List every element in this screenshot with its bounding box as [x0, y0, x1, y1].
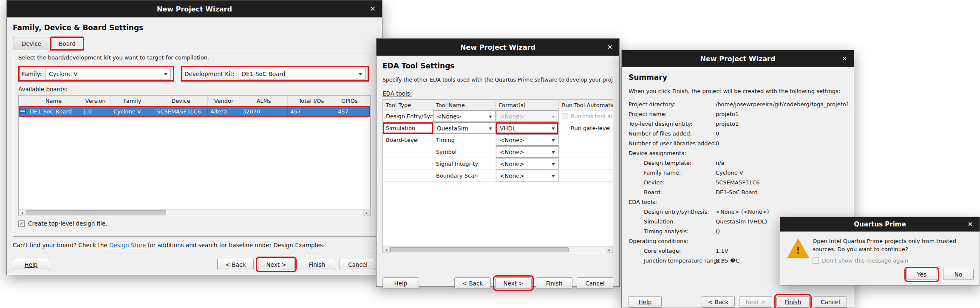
scroll-left-icon[interactable]: ◂ — [19, 210, 25, 216]
summary-row-family-name: Family name:Cyclone V — [629, 168, 847, 178]
timing-format-combobox[interactable]: <None> — [496, 134, 558, 146]
tool-name-cell[interactable]: Boundary Scan — [433, 170, 496, 181]
combo-arrow-icon — [489, 127, 492, 130]
column-header-gpios[interactable]: GPIOs — [335, 96, 364, 106]
check-icon: ✓ — [19, 221, 23, 226]
column-header-family[interactable]: Family — [111, 96, 154, 106]
column-header-device[interactable]: Device — [154, 96, 208, 106]
table-row-de1-soc[interactable]: DE1-SoC Board 1.0 Cyclone V 5CSEMA5F31C6… — [19, 106, 370, 117]
design-entry-tool-combobox[interactable]: <None> — [433, 110, 496, 122]
family-combobox[interactable]: Cyclone V — [45, 68, 171, 79]
tool-type-cell[interactable]: Board-Level — [383, 134, 433, 146]
tab-board[interactable]: Board — [51, 37, 84, 50]
no-button[interactable]: No — [943, 269, 974, 280]
cell-version: 1.0 — [80, 106, 111, 117]
column-header-version[interactable]: Version — [80, 96, 111, 106]
scrollbar-thumb[interactable] — [390, 247, 569, 252]
finish-button[interactable]: Finish — [536, 277, 572, 289]
board-titlebar[interactable]: New Project Wizard ✕ — [7, 0, 382, 17]
cell-name: DE1-SoC Board — [27, 106, 80, 117]
simulation-format-combobox[interactable]: VHDL — [496, 122, 558, 134]
boundary-scan-format-combobox[interactable]: <None> — [496, 170, 558, 181]
board-row-icon — [20, 109, 25, 114]
column-header-vendor[interactable]: Vendor — [208, 96, 240, 106]
summary-titlebar[interactable]: New Project Wizard ✕ — [622, 50, 854, 67]
column-header-formats[interactable]: Format(s) — [496, 100, 559, 110]
close-icon[interactable]: ✕ — [363, 0, 382, 17]
scroll-right-icon[interactable]: ▸ — [363, 210, 370, 216]
design-entry-format-combobox: <None> — [496, 110, 558, 122]
run-gate-level-checkbox[interactable] — [562, 125, 568, 131]
scroll-right-icon[interactable]: ▸ — [606, 247, 613, 253]
finish-button[interactable]: Finish — [299, 259, 335, 270]
combobox-value: VHDL — [500, 125, 515, 132]
eda-titlebar[interactable]: New Project Wizard ✕ — [377, 39, 619, 56]
cell-device: 5CSEMA5F31C6 — [154, 106, 208, 117]
next-button[interactable]: Next > — [495, 277, 532, 289]
summary-section-device-assignments: Device assignments: — [629, 148, 847, 158]
cancel-button[interactable]: Cancel — [340, 259, 376, 270]
combo-arrow-icon — [552, 163, 555, 166]
board-select-row: Family: Cyclone V Development Kit: DE1-S… — [18, 66, 371, 82]
devkit-combobox[interactable]: DE1-SoC Board — [238, 68, 365, 79]
summary-row-user-libraries: Number of user libraries added:0 — [629, 138, 847, 148]
back-button[interactable]: < Back — [217, 259, 254, 270]
board-note: Can't find your board? Check the Design … — [13, 242, 376, 249]
column-header-total-ios[interactable]: Total I/Os — [288, 96, 335, 106]
symbol-format-combobox[interactable]: <None> — [496, 146, 558, 158]
cancel-button[interactable]: Cancel — [814, 296, 847, 308]
scroll-left-icon[interactable]: ◂ — [383, 247, 390, 253]
eda-tools-label: EDA tools: — [382, 90, 613, 97]
boards-hscrollbar[interactable]: ◂ ▸ — [19, 209, 370, 216]
combobox-value: <None> — [437, 113, 462, 120]
back-button[interactable]: < Back — [454, 277, 491, 289]
boards-table-header: Name Version Family Device Vendor ALMs T… — [19, 96, 370, 106]
column-header-name[interactable]: Name — [27, 96, 80, 106]
run-tool-checkbox — [562, 113, 568, 119]
combo-arrow-icon — [164, 73, 167, 76]
cancel-button[interactable]: Cancel — [577, 277, 613, 289]
yes-button[interactable]: Yes — [906, 269, 937, 280]
help-button[interactable]: Help — [13, 259, 49, 270]
eda-row-board-level-timing: Board-Level Timing <None> — [383, 134, 613, 146]
tool-name-cell[interactable]: Symbol — [433, 146, 496, 158]
tool-type-cell[interactable] — [383, 158, 433, 170]
eda-hscrollbar[interactable]: ◂ ▸ — [383, 246, 613, 253]
tool-type-cell[interactable] — [383, 170, 433, 181]
tool-type-cell[interactable]: Design Entry/Syn... — [383, 110, 433, 122]
help-button[interactable]: Help — [629, 296, 662, 308]
cell-family: Cyclone V — [111, 106, 154, 117]
column-header-tool-type[interactable]: Tool Type — [383, 100, 433, 110]
combo-arrow-icon — [552, 127, 555, 130]
column-header-tool-name[interactable]: Tool Name — [433, 100, 496, 110]
tool-name-cell[interactable]: Timing — [433, 134, 496, 146]
column-header-alms[interactable]: ALMs — [240, 96, 288, 106]
column-header-run-tool[interactable]: Run Tool Automatic... — [559, 100, 613, 110]
summary-row-project-directory: Project directory:/home/josewrpereira/gi… — [629, 99, 847, 109]
summary-row-files-added: Number of files added:0 — [629, 129, 847, 138]
devkit-combobox-value: DE1-SoC Board — [242, 71, 286, 77]
tool-name-cell[interactable]: Signal Integrity — [433, 158, 496, 170]
board-intro-text: Select the board/development kit you wan… — [18, 54, 371, 61]
dont-show-checkbox[interactable] — [813, 257, 819, 264]
close-icon[interactable]: ✕ — [835, 50, 854, 67]
summary-row-board: Board:DE1-SoC Board — [629, 187, 847, 197]
design-store-link[interactable]: Design Store — [109, 242, 146, 249]
create-toplevel-checkbox[interactable]: ✓ — [18, 220, 25, 227]
scrollbar-thumb[interactable] — [26, 210, 166, 215]
next-button[interactable]: Next > — [258, 259, 295, 270]
signal-integrity-format-combobox[interactable]: <None> — [496, 158, 558, 170]
combobox-value: <None> — [500, 149, 524, 155]
devkit-label: Development Kit: — [184, 71, 235, 77]
warning-titlebar[interactable]: Quartus Prime ✕ — [780, 217, 980, 232]
simulation-tool-combobox[interactable]: QuestaSim — [433, 122, 496, 134]
tool-type-cell[interactable] — [383, 146, 433, 158]
finish-button[interactable]: Finish — [776, 296, 810, 308]
help-button[interactable]: Help — [382, 277, 419, 289]
tool-type-cell-simulation[interactable]: Simulation — [383, 122, 433, 134]
family-label: Family: — [22, 71, 42, 77]
close-icon[interactable]: ✕ — [600, 39, 619, 56]
close-icon[interactable]: ✕ — [961, 217, 980, 232]
tab-device[interactable]: Device — [14, 37, 49, 50]
back-button[interactable]: < Back — [702, 296, 735, 308]
